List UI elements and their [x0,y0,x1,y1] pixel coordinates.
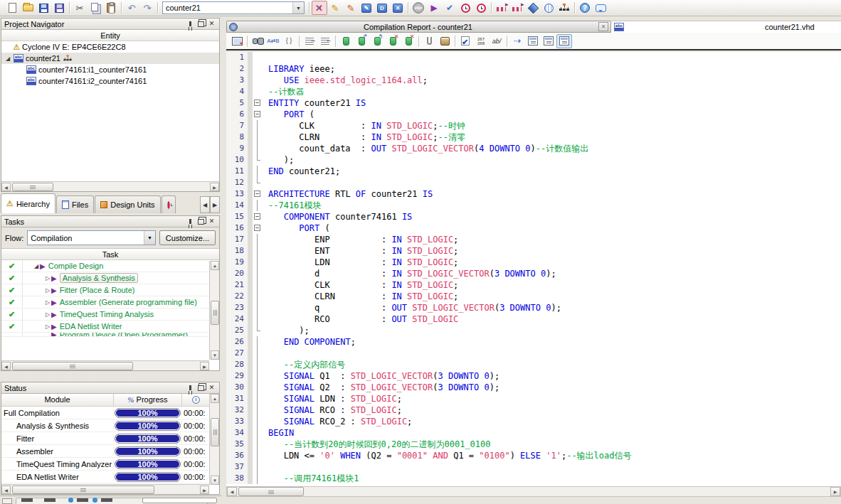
module-column-header[interactable]: Module [1,394,114,406]
expand-all-folds-button[interactable] [556,34,572,48]
code-line[interactable]: 3 USE ieee.std_logic_1164.all; [226,75,841,86]
task-row[interactable]: ▶Program Device (Open Programmer) [1,333,209,337]
expander-icon[interactable]: ▷ [44,311,51,318]
entity-i2-counter74161[interactable]: abccounter74161:i2_counter74161 [1,75,219,87]
code-line[interactable]: 30 SIGNAL Q2 : STD_LOGIC_VECTOR(3 DOWNTO… [226,382,841,393]
editor-hscrollbar[interactable]: ◀ ▶ [226,486,841,497]
messages-tab[interactable] [101,498,112,502]
task-row[interactable]: ✔▷▶Fitter (Place & Route) [1,284,209,296]
match-delimiter-button[interactable]: { } [281,34,297,48]
code-line[interactable]: 1 [226,52,841,63]
scroll-thumb[interactable] [211,418,219,446]
open-file-button[interactable] [20,1,36,15]
next-bookmark-button[interactable]: ↱ [354,34,369,48]
new-file-button[interactable] [4,1,20,15]
code-line[interactable]: 4--计数器 [226,86,841,97]
entity-counter21[interactable]: ◢abccounter21 [1,53,219,64]
scroll-left-arrow[interactable]: ◀ [1,362,11,370]
messages-tab[interactable] [44,498,55,502]
time-column-header[interactable] [182,394,209,406]
expander-icon[interactable]: ◢ [33,263,40,269]
scroll-right-arrow[interactable]: ▶ [210,183,219,191]
scroll-left-arrow[interactable]: ◀ [227,487,237,496]
code-line[interactable]: 34BEGIN [226,427,841,439]
code-line[interactable]: 26 END COMPONENT; [226,336,841,348]
goto-line-button[interactable]: ⇢ [509,34,525,48]
chip-planner-button[interactable] [541,1,556,15]
scroll-down-arrow[interactable]: ▼ [211,350,219,360]
task-row[interactable]: ✔▷▶Analysis & Synthesis [1,272,209,284]
compilation-report-titlebar[interactable]: Compilation Report - counter21 ✕ [226,21,611,33]
code-line[interactable]: 13−ARCHITECTURE RTL OF counter21 IS [226,188,841,200]
pin-assignments-button[interactable]: ✕ [390,1,406,15]
scroll-left-arrow[interactable]: ◀ [1,183,11,191]
code-line[interactable]: 16− PORT ( [226,222,841,234]
scroll-up-arrow[interactable]: ▲ [211,261,219,270]
cut-button[interactable]: ✂ [72,1,88,15]
chevron-down-icon[interactable]: ▼ [292,2,304,14]
task-row[interactable]: ✔▷▶Assembler (Generate programming file) [1,296,209,309]
fold-minus-icon[interactable]: − [254,191,260,197]
assignment-editor-button[interactable]: ✎ [327,1,343,15]
scroll-right-arrow[interactable]: ▶ [200,362,209,370]
status-row[interactable]: Fitter100%00:00: [1,432,219,445]
code-line[interactable]: 8 CLRN : IN STD_LOGIC;--清零 [226,132,841,143]
insert-template-button[interactable] [437,34,453,48]
code-line[interactable]: 29 SIGNAL Q1 : STD_LOGIC_VECTOR(3 DOWNTO… [226,370,841,382]
scroll-thumb[interactable] [238,487,304,496]
device-node[interactable]: ⚠Cyclone IV E: EP4CE6E22C8 [1,41,219,53]
code-line[interactable]: 6− PORT ( [226,109,841,120]
code-line[interactable]: 15− COMPONENT counter74161 IS [226,211,841,222]
expander-icon[interactable]: ▷ [44,323,51,330]
fold-column[interactable]: − [253,222,263,234]
attach-file-button[interactable] [421,34,437,48]
code-line[interactable]: 22 CLRN : IN STD_LOGIC; [226,291,841,302]
redo-button[interactable]: ↷ [139,1,155,15]
collapse-fold-button-1[interactable] [525,34,541,48]
tab-hierarchy[interactable]: ⚠Hierarchy [1,193,55,213]
code-line[interactable]: 12 [226,177,841,188]
save-project-button[interactable] [51,1,67,15]
fold-minus-icon[interactable]: − [254,213,260,220]
fold-column[interactable]: − [253,211,263,222]
replace-button[interactable]: A⇄B [265,34,281,48]
scroll-up-arrow[interactable]: ▲ [211,394,219,403]
settings-dialog-button[interactable]: ✎ [359,1,374,15]
show-whitespace-button[interactable]: ab/ [489,34,504,48]
tab-scroll-left-arrow[interactable]: ◀ [200,196,210,213]
code-line[interactable]: 37 [226,461,841,473]
scroll-thumb[interactable] [12,486,154,494]
code-line[interactable]: 20 d : IN STD_LOGIC_VECTOR(3 DOWNTO 0); [226,268,841,279]
code-line[interactable]: 18 ENT : IN STD_LOGIC; [226,245,841,257]
scroll-right-arrow[interactable]: ▶ [200,486,209,494]
code-line[interactable]: 38 --调用74161模块1 [226,473,841,484]
project-tree-hscrollbar[interactable]: ◀ ▶ [1,181,219,191]
status-vscrollbar[interactable]: ▲ ▼ [209,394,219,485]
code-line[interactable]: 25 ); [226,325,841,336]
device-dialog-button[interactable]: D [374,1,390,15]
status-row[interactable]: Analysis & Synthesis100%00:00: [1,419,219,432]
customize-button[interactable]: Customize... [159,230,216,245]
code-line[interactable]: 33 SIGNAL RCO_2 : STD_LOGIC; [226,416,841,427]
start-compilation-button[interactable]: ▶ [426,1,442,15]
code-line[interactable]: 24 RCO : OUT STD_LOGIC [226,313,841,325]
restore-icon[interactable] [196,384,206,392]
pin-icon[interactable] [186,384,195,392]
rtl-viewer-button[interactable] [509,1,525,15]
find-button[interactable] [250,34,265,48]
code-line[interactable]: 5−ENTITY counter21 IS [226,97,841,109]
code-line[interactable]: 2LIBRARY ieee; [226,63,841,75]
messages-tab[interactable] [77,498,88,502]
editor-save-button[interactable] [229,34,245,48]
timing-analyzer-button[interactable] [473,1,489,15]
status-row[interactable]: EDA Netlist Writer100%00:00: [1,471,219,483]
message-filter-input[interactable] [142,498,217,503]
scroll-thumb[interactable] [12,183,53,191]
code-editor[interactable]: 12LIBRARY ieee;3 USE ieee.std_logic_1164… [226,52,841,486]
save-button[interactable] [36,1,51,15]
remove-bookmark-button[interactable]: ✕ [385,34,401,48]
netlist-viewer-button[interactable] [494,1,509,15]
task-column-header[interactable]: Task [1,249,219,260]
restore-icon[interactable] [196,20,206,28]
project-selector-combobox[interactable]: counter21▼ [162,1,305,14]
